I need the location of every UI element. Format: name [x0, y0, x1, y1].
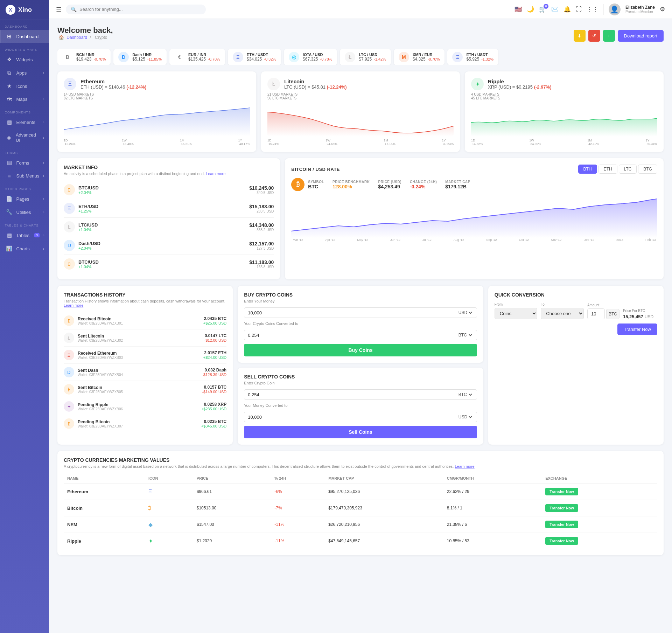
table-header-name: NAME	[64, 473, 145, 484]
sidebar-item-apps[interactable]: ⧉Apps›	[0, 66, 49, 79]
ticker-change: -1.32%	[481, 57, 493, 61]
market-price-sub: 368.2 USD	[249, 228, 274, 232]
sidebar-item-elements[interactable]: ▦Elements›	[0, 116, 49, 129]
ticker-card-7[interactable]: Ξ ETH / USDT $5.925 -1.32%	[447, 49, 498, 65]
tx-crypto: 0.0147 LTC	[204, 333, 227, 338]
btc-tab-btg[interactable]: BTG	[638, 165, 657, 174]
crypto-cards-row: Ξ Ethereum ETH (USD) = $148.46 (-12.24%)…	[57, 71, 664, 152]
tx-info: Sent Dash Wallet: 03E25DAEYWZXB04	[78, 368, 202, 377]
ticker-card-1[interactable]: D Dash / INR $5.125 -11.85%	[113, 49, 167, 65]
qc-row: From Coins To Choose one Amount	[495, 302, 657, 319]
flag-icon[interactable]: 🇺🇸	[514, 6, 522, 13]
sidebar-item-icons[interactable]: ★Icons	[0, 79, 49, 93]
tx-name: Sent Dash	[78, 368, 202, 373]
email-icon[interactable]: ✉️	[551, 6, 559, 13]
sidebar-item-widgets[interactable]: ❖Widgets	[0, 53, 49, 66]
utilities-icon: 🔧	[6, 209, 13, 215]
btc-tab-eth[interactable]: ETH	[598, 165, 617, 174]
market-price-main: $11,183.00	[249, 259, 274, 265]
btc-tab-bth[interactable]: BTH	[578, 165, 597, 174]
btc-tab-ltc[interactable]: LTC	[619, 165, 637, 174]
sidebar-item-label-charts: Charts	[16, 246, 30, 251]
qc-to-label: To	[541, 302, 584, 306]
buy-amount-input[interactable]	[248, 310, 457, 315]
transfer-btn[interactable]: Transfer Now	[545, 537, 578, 545]
buy-coins-btn[interactable]: Buy Coins	[244, 344, 477, 356]
sidebar-item-sub-menus[interactable]: ≡Sub Menus›	[0, 169, 49, 182]
qc-from-select[interactable]: Coins	[495, 308, 538, 319]
td-price: $966.61	[193, 484, 271, 500]
crypto-change: (-12.24%)	[327, 84, 347, 90]
buy-converted-input[interactable]	[248, 333, 457, 338]
sell-converted-currency-select[interactable]: USDBTC	[457, 414, 473, 420]
download-icon-btn[interactable]: ⬇	[574, 30, 586, 42]
ticker-card-2[interactable]: € EUR / INR $135.425 -0.78%	[169, 49, 225, 65]
crypto-table-section: CRYPTO CURRENCIES MARKETING VALUES A cry…	[57, 451, 664, 555]
breadcrumb-current: Crypto	[95, 35, 107, 40]
tx-row: ₿ Pending Bitcoin Wallet: 03E25DAEYWZXB0…	[64, 415, 226, 432]
sidebar-item-charts[interactable]: 📊Charts›	[0, 242, 49, 255]
search-input[interactable]	[79, 7, 201, 12]
qc-amount-label: Amount	[587, 303, 620, 307]
crypto-card-eth: Ξ Ethereum ETH (USD) = $148.46 (-12.24%)…	[57, 71, 256, 152]
buy-currency-select[interactable]: USDBTC	[457, 310, 473, 315]
menu-toggle[interactable]: ☰	[56, 6, 62, 13]
tx-title: TRANSACTIONS HISTORY	[64, 292, 226, 298]
sidebar-item-utilities[interactable]: 🔧Utilities›	[0, 206, 49, 219]
tx-learn-more[interactable]: Learn more	[64, 303, 83, 307]
transfer-btn[interactable]: Transfer Now	[545, 521, 578, 528]
transfer-btn[interactable]: Transfer Now	[545, 504, 578, 512]
sell-currency-select[interactable]: BTCUSD	[457, 392, 473, 397]
download-report-btn[interactable]: Download report	[618, 30, 664, 42]
add-icon-btn[interactable]: +	[603, 30, 615, 42]
crypto-markets: 14 USD MARKETS82 LTC MARKETS	[64, 92, 250, 100]
ticker-card-3[interactable]: Ξ ETH / USDT $34.025 -0.32%	[228, 49, 281, 65]
crypto-chart	[64, 105, 250, 137]
forms-icon: ▤	[6, 160, 13, 166]
ticker-info: Dash / INR $5.125 -11.85%	[132, 53, 162, 62]
cart-icon[interactable]: 🛒8	[539, 6, 546, 13]
sell-coins-btn[interactable]: Sell Coins	[244, 426, 477, 438]
crypto-price: XRP (USD) = $0.2195 (-2.97%)	[488, 84, 552, 90]
chevron-icon: ›	[43, 161, 44, 165]
refresh-icon-btn[interactable]: ↺	[588, 30, 600, 42]
sidebar-item-tables[interactable]: ▦Tables3›	[0, 229, 49, 242]
table-row: NEM ◆ $1547.00 -11% $26,720,210,956 21.3…	[64, 516, 657, 533]
tx-row: Ł Sent Litecoin Wallet: 03E25DAEYWZXB02 …	[64, 329, 226, 347]
ticker-card-4[interactable]: ◎ IOTA / USD $67.325 -0.78%	[284, 49, 337, 65]
sidebar-item-forms[interactable]: ▤Forms›	[0, 156, 49, 169]
qc-amount-currency: BTC	[606, 309, 620, 319]
sidebar-item-dashboard[interactable]: ⊞Dashboard	[0, 30, 49, 43]
btc-date-label: Feb '13	[645, 238, 656, 242]
bell-icon[interactable]: 🔔	[564, 6, 571, 13]
sidebar-item-pages[interactable]: 📄Pages›	[0, 192, 49, 206]
grid-icon[interactable]: ⋮⋮	[587, 6, 598, 13]
ticker-card-0[interactable]: B BCN / INR $19.423 -0.78%	[57, 49, 111, 65]
fullscreen-icon[interactable]: ⛶	[576, 6, 582, 13]
sidebar-item-maps[interactable]: 🗺Maps›	[0, 93, 49, 106]
tx-name: Sent Litecoin	[78, 334, 204, 339]
tx-crypto: 0.0157 BTC	[202, 385, 226, 390]
qc-amount-input[interactable]	[587, 308, 605, 319]
breadcrumb-dashboard[interactable]: Dashboard	[66, 35, 87, 40]
td-exchange: Transfer Now	[542, 484, 657, 500]
market-info-learn-more[interactable]: Learn more	[206, 172, 225, 176]
ticker-card-5[interactable]: Ł LTC / USD $7.925 -1.42%	[340, 49, 391, 65]
ticker-change: -0.32%	[264, 57, 276, 61]
crypto-table-learn-more[interactable]: Learn more	[455, 464, 474, 468]
qc-to-select[interactable]: Choose one	[541, 308, 584, 319]
td-cmgr: 8.1% / 1	[443, 500, 542, 516]
sidebar-item-advanced-ui[interactable]: ◈Advanced UI›	[0, 129, 49, 146]
transfer-btn[interactable]: Transfer Now	[545, 488, 578, 495]
market-row: Ł LTC/USD +1.04% $14,348.00 368.2 USD	[64, 218, 274, 236]
sell-amount-input[interactable]	[248, 392, 457, 397]
moon-icon[interactable]: 🌙	[527, 6, 534, 13]
table-header-price: PRICE	[193, 473, 271, 484]
tables-icon: ▦	[6, 232, 13, 238]
buy-converted-currency-select[interactable]: BTCUSD	[457, 332, 473, 338]
transfer-now-btn[interactable]: Transfer Now	[617, 324, 657, 335]
ticker-card-6[interactable]: M XMR / EUR $4.325 -0.78%	[394, 49, 445, 65]
crypto-price: LTC (USD) = $45.81 (-12.24%)	[284, 84, 347, 90]
sell-converted-input[interactable]	[248, 415, 457, 420]
settings-icon[interactable]: ⚙	[660, 6, 665, 13]
